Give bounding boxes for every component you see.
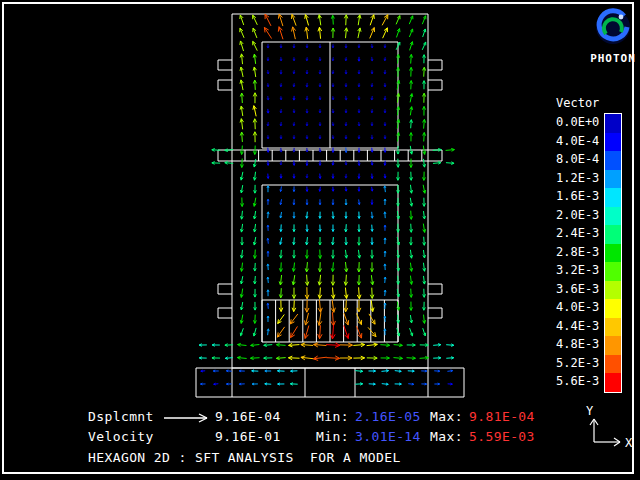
displacement-label: Dsplcmnt [88, 409, 154, 425]
vector-arrows [199, 14, 454, 385]
vector-plot [0, 0, 640, 480]
legend-color-swatch [605, 262, 621, 281]
legend-label: 2.8E-3 [556, 243, 599, 262]
legend-label: 2.0E-3 [556, 206, 599, 225]
legend-label: 3.2E-3 [556, 261, 599, 280]
legend-color-swatch [605, 373, 621, 392]
axis-triad: Y X [576, 402, 636, 450]
displacement-scale-value: 9.16E-04 [215, 409, 281, 425]
legend-label: 2.4E-3 [556, 224, 599, 243]
legend-label: 8.0E-4 [556, 150, 599, 169]
displacement-max-value: 9.81E-04 [469, 409, 535, 425]
displacement-min-value: 2.16E-05 [355, 409, 421, 425]
legend-label: 1.6E-3 [556, 187, 599, 206]
vector-scale-arrow-icon [162, 411, 212, 425]
legend-color-swatch [605, 299, 621, 318]
legend-label: 0.0E+0 [556, 113, 599, 132]
legend-color-swatch [605, 318, 621, 337]
legend-label: 4.0E-3 [556, 298, 599, 317]
photon-logo-icon [594, 8, 632, 46]
velocity-min-label: Min: [316, 429, 349, 445]
legend-title: Vector [556, 96, 599, 110]
legend-color-swatch [605, 207, 621, 226]
analysis-title: HEXAGON 2D : SFT ANALYSIS FOR A MODEL [88, 450, 401, 466]
legend-label: 5.2E-3 [556, 354, 599, 373]
legend-color-swatch [605, 281, 621, 300]
y-axis-label: Y [586, 404, 594, 418]
legend-color-swatch [605, 114, 621, 133]
legend-label: 4.8E-3 [556, 335, 599, 354]
displacement-min-label: Min: [316, 409, 349, 425]
legend-colorbar [604, 113, 622, 393]
logo-label: PHOTON [586, 52, 640, 65]
legend-label: 1.2E-3 [556, 169, 599, 188]
photon-screen: PHOTON Vector 0.0E+04.0E-48.0E-41.2E-31.… [0, 0, 640, 480]
legend-label: 5.6E-3 [556, 372, 599, 391]
velocity-min-value: 3.01E-14 [355, 429, 421, 445]
velocity-label: Velocity [88, 429, 154, 445]
legend-labels: 0.0E+04.0E-48.0E-41.2E-31.6E-32.0E-32.4E… [556, 113, 599, 391]
legend-color-swatch [605, 225, 621, 244]
legend-color-swatch [605, 170, 621, 189]
velocity-scale-value: 9.16E-01 [215, 429, 281, 445]
displacement-max-label: Max: [430, 409, 463, 425]
photon-logo: PHOTON [586, 8, 640, 65]
legend-color-swatch [605, 133, 621, 152]
legend-color-swatch [605, 336, 621, 355]
velocity-max-label: Max: [430, 429, 463, 445]
legend-color-swatch [605, 244, 621, 263]
legend-label: 4.0E-4 [556, 132, 599, 151]
legend-color-swatch [605, 355, 621, 374]
legend-color-swatch [605, 188, 621, 207]
velocity-max-value: 5.59E-03 [469, 429, 535, 445]
legend-color-swatch [605, 151, 621, 170]
x-axis-label: X [625, 436, 633, 450]
legend-label: 4.4E-3 [556, 317, 599, 336]
legend-label: 3.6E-3 [556, 280, 599, 299]
